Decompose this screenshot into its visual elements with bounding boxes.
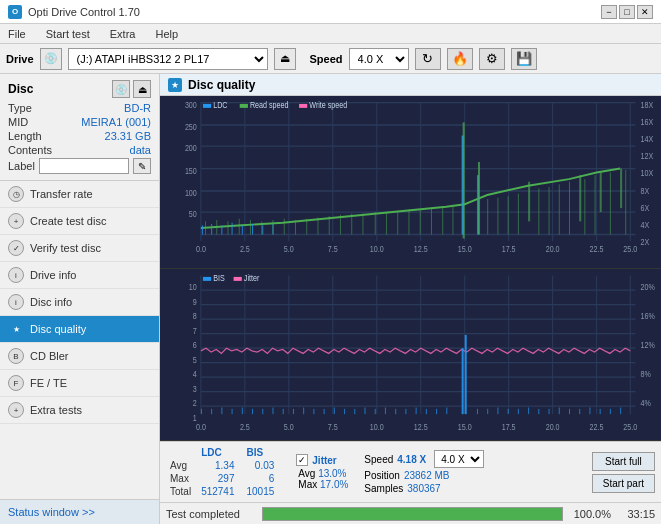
jitter-checkbox[interactable]: ✓ xyxy=(296,454,308,466)
menu-help[interactable]: Help xyxy=(151,27,182,41)
jitter-section: ✓ Jitter Avg 13.0% Max 17.0% xyxy=(296,454,348,490)
nav-drive-info[interactable]: i Drive info xyxy=(0,262,159,289)
svg-text:8%: 8% xyxy=(641,369,652,379)
svg-rect-191 xyxy=(589,407,590,414)
status-window-button[interactable]: Status window >> xyxy=(0,499,159,524)
svg-text:150: 150 xyxy=(185,166,197,176)
app-title: Opti Drive Control 1.70 xyxy=(28,6,140,18)
menu-file[interactable]: File xyxy=(4,27,30,41)
drive-info-icon: i xyxy=(8,267,24,283)
main-layout: Disc 💿 ⏏ Type BD-R MID MEIRA1 (001) Leng… xyxy=(0,74,661,524)
svg-text:10.0: 10.0 xyxy=(370,244,384,254)
svg-rect-164 xyxy=(313,408,314,413)
speed-stat-label: Speed xyxy=(364,454,393,465)
svg-text:300: 300 xyxy=(185,100,197,110)
svg-text:5.0: 5.0 xyxy=(284,244,294,254)
svg-rect-175 xyxy=(405,408,406,413)
fe-te-icon: F xyxy=(8,375,24,391)
svg-rect-87 xyxy=(431,208,432,234)
nav-fe-te[interactable]: F FE / TE xyxy=(0,370,159,397)
app-icon: O xyxy=(8,5,22,19)
svg-rect-159 xyxy=(262,408,263,413)
nav-create-test-disc[interactable]: + Create test disc xyxy=(0,208,159,235)
svg-rect-67 xyxy=(205,221,206,234)
start-part-button[interactable]: Start part xyxy=(592,474,655,493)
svg-text:6X: 6X xyxy=(641,203,650,213)
nav-extra-tests[interactable]: + Extra tests xyxy=(0,397,159,424)
disc-label-edit-btn[interactable]: ✎ xyxy=(133,158,151,174)
svg-text:0.0: 0.0 xyxy=(196,422,206,432)
svg-text:25.0: 25.0 xyxy=(623,422,637,432)
progress-time: 33:15 xyxy=(617,508,655,520)
svg-rect-63 xyxy=(528,182,530,222)
maximize-button[interactable]: □ xyxy=(619,5,635,19)
progress-percent: 100.0% xyxy=(569,508,611,520)
svg-rect-170 xyxy=(375,408,376,413)
progress-area: Test completed 100.0% 33:15 xyxy=(160,502,661,524)
svg-text:14X: 14X xyxy=(641,134,654,144)
drive-select[interactable]: (J:) ATAPI iHBS312 2 PL17 xyxy=(68,48,268,70)
svg-text:12.5: 12.5 xyxy=(414,244,428,254)
disc-length-label: Length xyxy=(8,130,42,142)
svg-rect-98 xyxy=(584,179,585,234)
svg-rect-172 xyxy=(465,334,467,413)
svg-rect-62 xyxy=(478,162,480,235)
nav-extra-tests-label: Extra tests xyxy=(30,404,82,416)
svg-text:0.0: 0.0 xyxy=(196,244,206,254)
drive-eject-icon[interactable]: 💿 xyxy=(40,48,62,70)
svg-rect-156 xyxy=(232,408,233,413)
disc-title: Disc xyxy=(8,82,33,96)
disc-label-input[interactable] xyxy=(39,158,129,174)
save-icon-btn[interactable]: 💾 xyxy=(511,48,537,70)
svg-text:5.0: 5.0 xyxy=(284,422,294,432)
svg-rect-180 xyxy=(477,408,478,413)
disc-eject-btn[interactable]: ⏏ xyxy=(133,80,151,98)
max-row-label: Max xyxy=(166,472,195,485)
speed-select[interactable]: 4.0 X xyxy=(349,48,409,70)
svg-rect-178 xyxy=(436,408,437,413)
start-full-button[interactable]: Start full xyxy=(592,452,655,471)
svg-rect-187 xyxy=(549,408,550,413)
svg-rect-80 xyxy=(351,213,352,234)
svg-rect-167 xyxy=(344,408,345,413)
svg-rect-75 xyxy=(295,220,296,235)
drive-action-icon[interactable]: ⏏ xyxy=(274,48,296,70)
svg-text:12.5: 12.5 xyxy=(414,422,428,432)
disc-icon-btn[interactable]: 💿 xyxy=(112,80,130,98)
nav-disc-info[interactable]: i Disc info xyxy=(0,289,159,316)
svg-text:7.5: 7.5 xyxy=(328,422,338,432)
nav-cd-bler[interactable]: B CD Bler xyxy=(0,343,159,370)
svg-rect-192 xyxy=(600,408,601,413)
settings-icon-btn[interactable]: ⚙ xyxy=(479,48,505,70)
nav-transfer-rate[interactable]: ◷ Transfer rate xyxy=(0,181,159,208)
ldc-max: 297 xyxy=(195,472,240,485)
menu-extra[interactable]: Extra xyxy=(106,27,140,41)
svg-rect-81 xyxy=(362,213,363,234)
svg-rect-82 xyxy=(375,212,376,234)
svg-text:15.0: 15.0 xyxy=(458,422,472,432)
nav-disc-info-label: Disc info xyxy=(30,296,72,308)
svg-rect-89 xyxy=(452,205,453,234)
titlebar: O Opti Drive Control 1.70 − □ ✕ xyxy=(0,0,661,24)
svg-text:16%: 16% xyxy=(641,311,656,321)
svg-rect-64 xyxy=(579,175,581,221)
menu-start-test[interactable]: Start test xyxy=(42,27,94,41)
nav-create-test-disc-label: Create test disc xyxy=(30,215,106,227)
nav-verify-test-disc[interactable]: ✓ Verify test disc xyxy=(0,235,159,262)
svg-rect-153 xyxy=(201,408,202,413)
nav-disc-quality[interactable]: ★ Disc quality xyxy=(0,316,159,343)
svg-rect-85 xyxy=(408,209,409,234)
nav-transfer-rate-label: Transfer rate xyxy=(30,188,93,200)
jitter-max: 17.0% xyxy=(320,479,348,490)
svg-rect-84 xyxy=(397,211,398,235)
refresh-icon-btn[interactable]: ↻ xyxy=(415,48,441,70)
svg-text:50: 50 xyxy=(189,210,197,220)
svg-rect-88 xyxy=(442,207,443,235)
minimize-button[interactable]: − xyxy=(601,5,617,19)
speed-stat-select[interactable]: 4.0 X xyxy=(434,450,484,468)
svg-text:7.5: 7.5 xyxy=(328,244,338,254)
close-button[interactable]: ✕ xyxy=(637,5,653,19)
svg-rect-93 xyxy=(518,194,519,235)
burn-icon-btn[interactable]: 🔥 xyxy=(447,48,473,70)
cd-bler-icon: B xyxy=(8,348,24,364)
